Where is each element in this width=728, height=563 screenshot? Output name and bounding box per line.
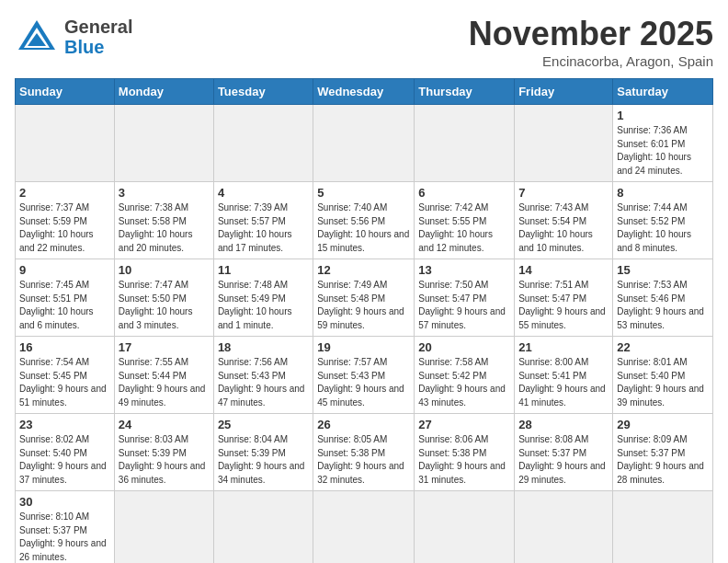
table-row: 14Sunrise: 7:51 AM Sunset: 5:47 PM Dayli…: [515, 259, 613, 337]
calendar-row: 16Sunrise: 7:54 AM Sunset: 5:45 PM Dayli…: [16, 337, 713, 414]
table-row: [313, 491, 415, 564]
day-number: 23: [19, 418, 110, 431]
logo-text: General Blue: [64, 17, 132, 57]
day-info: Sunrise: 7:48 AM Sunset: 5:49 PM Dayligh…: [218, 279, 309, 332]
day-number: 17: [119, 340, 210, 354]
table-row: 9Sunrise: 7:45 AM Sunset: 5:51 PM Daylig…: [16, 259, 115, 337]
day-info: Sunrise: 7:40 AM Sunset: 5:56 PM Dayligh…: [317, 201, 410, 255]
table-row: [313, 105, 415, 182]
table-row: [613, 491, 713, 564]
day-info: Sunrise: 8:08 AM Sunset: 5:37 PM Dayligh…: [518, 433, 609, 487]
day-number: 2: [19, 186, 110, 200]
day-number: 13: [418, 263, 510, 277]
table-row: 12Sunrise: 7:49 AM Sunset: 5:48 PM Dayli…: [313, 259, 415, 337]
logo-general-text: General: [64, 17, 132, 37]
day-number: 30: [19, 495, 110, 509]
day-info: Sunrise: 7:36 AM Sunset: 6:01 PM Dayligh…: [617, 124, 709, 178]
day-number: 24: [119, 418, 210, 431]
table-row: 8Sunrise: 7:44 AM Sunset: 5:52 PM Daylig…: [613, 182, 713, 259]
day-info: Sunrise: 8:06 AM Sunset: 5:38 PM Dayligh…: [418, 433, 510, 487]
table-row: 21Sunrise: 8:00 AM Sunset: 5:41 PM Dayli…: [515, 337, 613, 414]
day-info: Sunrise: 8:04 AM Sunset: 5:39 PM Dayligh…: [218, 433, 309, 487]
table-row: 27Sunrise: 8:06 AM Sunset: 5:38 PM Dayli…: [415, 414, 515, 491]
day-info: Sunrise: 8:00 AM Sunset: 5:41 PM Dayligh…: [518, 356, 609, 409]
day-info: Sunrise: 8:01 AM Sunset: 5:40 PM Dayligh…: [617, 356, 709, 409]
day-number: 9: [19, 263, 110, 277]
calendar-row: 23Sunrise: 8:02 AM Sunset: 5:40 PM Dayli…: [16, 414, 713, 491]
table-row: [415, 105, 515, 182]
header-wednesday: Wednesday: [313, 79, 415, 105]
day-number: 22: [617, 340, 709, 354]
logo-blue-text: Blue: [64, 37, 104, 57]
table-row: 30Sunrise: 8:10 AM Sunset: 5:37 PM Dayli…: [16, 491, 115, 564]
day-info: Sunrise: 7:38 AM Sunset: 5:58 PM Dayligh…: [119, 201, 210, 255]
table-row: [213, 105, 313, 182]
table-row: 15Sunrise: 7:53 AM Sunset: 5:46 PM Dayli…: [613, 259, 713, 337]
day-info: Sunrise: 7:53 AM Sunset: 5:46 PM Dayligh…: [617, 279, 709, 332]
table-row: [16, 105, 115, 182]
day-info: Sunrise: 8:10 AM Sunset: 5:37 PM Dayligh…: [19, 511, 110, 563]
table-row: 22Sunrise: 8:01 AM Sunset: 5:40 PM Dayli…: [613, 337, 713, 414]
day-number: 3: [119, 186, 210, 200]
day-number: 16: [19, 340, 110, 354]
day-number: 5: [317, 186, 410, 200]
page-header: General Blue November 2025 Encinacorba, …: [15, 15, 713, 69]
day-number: 28: [518, 418, 609, 431]
day-info: Sunrise: 7:47 AM Sunset: 5:50 PM Dayligh…: [119, 279, 210, 332]
table-row: [213, 491, 313, 564]
day-info: Sunrise: 8:05 AM Sunset: 5:38 PM Dayligh…: [317, 433, 410, 487]
table-row: 20Sunrise: 7:58 AM Sunset: 5:42 PM Dayli…: [415, 337, 515, 414]
table-row: 2Sunrise: 7:37 AM Sunset: 5:59 PM Daylig…: [16, 182, 115, 259]
table-row: 23Sunrise: 8:02 AM Sunset: 5:40 PM Dayli…: [16, 414, 115, 491]
table-row: 3Sunrise: 7:38 AM Sunset: 5:58 PM Daylig…: [114, 182, 213, 259]
day-number: 7: [518, 186, 609, 200]
day-number: 27: [418, 418, 510, 431]
table-row: 6Sunrise: 7:42 AM Sunset: 5:55 PM Daylig…: [415, 182, 515, 259]
month-title: November 2025: [469, 15, 713, 53]
header-saturday: Saturday: [613, 79, 713, 105]
day-info: Sunrise: 7:54 AM Sunset: 5:45 PM Dayligh…: [19, 356, 110, 409]
day-number: 26: [317, 418, 410, 431]
day-number: 10: [119, 263, 210, 277]
table-row: 17Sunrise: 7:55 AM Sunset: 5:44 PM Dayli…: [114, 337, 213, 414]
table-row: 18Sunrise: 7:56 AM Sunset: 5:43 PM Dayli…: [213, 337, 313, 414]
day-number: 29: [617, 418, 709, 431]
table-row: 13Sunrise: 7:50 AM Sunset: 5:47 PM Dayli…: [415, 259, 515, 337]
table-row: 16Sunrise: 7:54 AM Sunset: 5:45 PM Dayli…: [16, 337, 115, 414]
day-info: Sunrise: 8:09 AM Sunset: 5:37 PM Dayligh…: [617, 433, 709, 487]
day-info: Sunrise: 7:56 AM Sunset: 5:43 PM Dayligh…: [218, 356, 309, 409]
table-row: 11Sunrise: 7:48 AM Sunset: 5:49 PM Dayli…: [213, 259, 313, 337]
logo-icon: [15, 15, 59, 59]
day-info: Sunrise: 7:37 AM Sunset: 5:59 PM Dayligh…: [19, 201, 110, 255]
day-number: 21: [518, 340, 609, 354]
day-number: 25: [218, 418, 309, 431]
calendar-row: 2Sunrise: 7:37 AM Sunset: 5:59 PM Daylig…: [16, 182, 713, 259]
day-number: 18: [218, 340, 309, 354]
table-row: 28Sunrise: 8:08 AM Sunset: 5:37 PM Dayli…: [515, 414, 613, 491]
day-number: 20: [418, 340, 510, 354]
day-info: Sunrise: 7:42 AM Sunset: 5:55 PM Dayligh…: [418, 201, 510, 255]
table-row: [114, 105, 213, 182]
header-monday: Monday: [114, 79, 213, 105]
day-number: 1: [617, 109, 709, 122]
calendar-row: 9Sunrise: 7:45 AM Sunset: 5:51 PM Daylig…: [16, 259, 713, 337]
day-info: Sunrise: 8:03 AM Sunset: 5:39 PM Dayligh…: [119, 433, 210, 487]
header-friday: Friday: [515, 79, 613, 105]
table-row: 1Sunrise: 7:36 AM Sunset: 6:01 PM Daylig…: [613, 105, 713, 182]
day-number: 4: [218, 186, 309, 200]
day-number: 8: [617, 186, 709, 200]
header-thursday: Thursday: [415, 79, 515, 105]
day-info: Sunrise: 7:50 AM Sunset: 5:47 PM Dayligh…: [418, 279, 510, 332]
table-row: 4Sunrise: 7:39 AM Sunset: 5:57 PM Daylig…: [213, 182, 313, 259]
title-block: November 2025 Encinacorba, Aragon, Spain: [469, 15, 713, 69]
day-info: Sunrise: 7:39 AM Sunset: 5:57 PM Dayligh…: [218, 201, 309, 255]
day-number: 15: [617, 263, 709, 277]
table-row: 25Sunrise: 8:04 AM Sunset: 5:39 PM Dayli…: [213, 414, 313, 491]
calendar-header-row: Sunday Monday Tuesday Wednesday Thursday…: [16, 79, 713, 105]
day-number: 11: [218, 263, 309, 277]
day-info: Sunrise: 7:55 AM Sunset: 5:44 PM Dayligh…: [119, 356, 210, 409]
day-info: Sunrise: 7:58 AM Sunset: 5:42 PM Dayligh…: [418, 356, 510, 409]
table-row: 5Sunrise: 7:40 AM Sunset: 5:56 PM Daylig…: [313, 182, 415, 259]
table-row: 7Sunrise: 7:43 AM Sunset: 5:54 PM Daylig…: [515, 182, 613, 259]
day-info: Sunrise: 7:51 AM Sunset: 5:47 PM Dayligh…: [518, 279, 609, 332]
